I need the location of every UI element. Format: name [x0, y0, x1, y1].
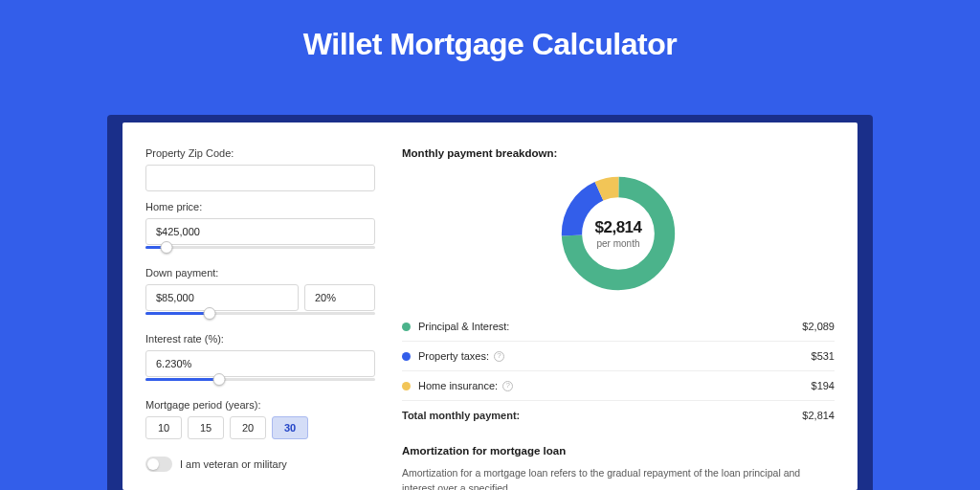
veteran-row: I am veteran or military — [145, 457, 375, 472]
field-home-price: Home price: — [145, 201, 375, 257]
veteran-toggle[interactable] — [145, 457, 172, 472]
interest-rate-input[interactable] — [145, 350, 375, 377]
total-row: Total monthly payment: $2,814 — [402, 401, 835, 430]
legend: Principal & Interest:$2,089Property taxe… — [402, 312, 835, 401]
zip-input[interactable] — [145, 165, 375, 191]
interest-rate-label: Interest rate (%): — [145, 333, 375, 345]
legend-label: Home insurance:? — [418, 380, 812, 391]
period-option-15[interactable]: 15 — [188, 416, 224, 439]
amortization-title: Amortization for mortgage loan — [402, 445, 835, 457]
period-option-30[interactable]: 30 — [272, 416, 308, 439]
slider-thumb-icon[interactable] — [204, 307, 216, 320]
veteran-label: I am veteran or military — [180, 458, 287, 470]
total-label: Total monthly payment: — [402, 410, 802, 421]
toggle-knob-icon — [147, 458, 159, 470]
legend-value: $2,089 — [802, 321, 835, 332]
zip-label: Property Zip Code: — [145, 147, 375, 159]
info-icon[interactable]: ? — [494, 351, 504, 362]
calculator-card: Property Zip Code: Home price: Down paym… — [122, 122, 858, 490]
field-down-payment: Down payment: — [145, 267, 375, 323]
down-payment-slider[interactable] — [145, 310, 375, 323]
down-payment-amount-input[interactable] — [145, 284, 299, 311]
period-option-20[interactable]: 20 — [230, 416, 266, 439]
legend-value: $531 — [812, 350, 835, 362]
legend-row: Principal & Interest:$2,089 — [402, 312, 835, 342]
legend-value: $194 — [812, 380, 835, 391]
form-panel: Property Zip Code: Home price: Down paym… — [145, 147, 375, 490]
legend-label: Property taxes:? — [418, 350, 812, 362]
period-option-10[interactable]: 10 — [145, 416, 182, 439]
interest-rate-slider[interactable] — [145, 376, 375, 390]
page-title: Willet Mortgage Calculator — [0, 0, 980, 62]
down-payment-percent-input[interactable] — [304, 284, 375, 311]
legend-dot-icon — [402, 323, 411, 331]
donut-chart-wrap: $2,814 per month — [402, 172, 835, 295]
amortization-section: Amortization for mortgage loan Amortizat… — [402, 445, 835, 490]
field-period: Mortgage period (years): 10152030 — [145, 399, 375, 439]
amortization-text: Amortization for a mortgage loan refers … — [402, 466, 835, 490]
slider-thumb-icon[interactable] — [160, 241, 172, 254]
legend-dot-icon — [402, 382, 411, 390]
legend-row: Home insurance:?$194 — [402, 371, 835, 401]
breakdown-panel: Monthly payment breakdown: $2,814 per mo… — [402, 147, 835, 490]
field-interest-rate: Interest rate (%): — [145, 333, 375, 390]
donut-chart: $2,814 per month — [557, 172, 679, 295]
home-price-slider[interactable] — [145, 244, 375, 257]
info-icon[interactable]: ? — [502, 381, 513, 391]
total-value: $2,814 — [802, 410, 835, 421]
field-zip: Property Zip Code: — [145, 147, 375, 191]
breakdown-title: Monthly payment breakdown: — [402, 147, 835, 159]
down-payment-label: Down payment: — [145, 267, 375, 278]
donut-center-amount: $2,814 — [595, 218, 642, 237]
period-label: Mortgage period (years): — [145, 399, 375, 411]
donut-center-sub: per month — [596, 238, 639, 249]
slider-thumb-icon[interactable] — [212, 373, 225, 386]
legend-row: Property taxes:?$531 — [402, 342, 835, 371]
legend-dot-icon — [402, 352, 411, 361]
legend-label: Principal & Interest: — [418, 321, 802, 332]
home-price-label: Home price: — [145, 201, 375, 212]
home-price-input[interactable] — [145, 218, 375, 245]
page-background: Willet Mortgage Calculator Property Zip … — [0, 0, 980, 490]
